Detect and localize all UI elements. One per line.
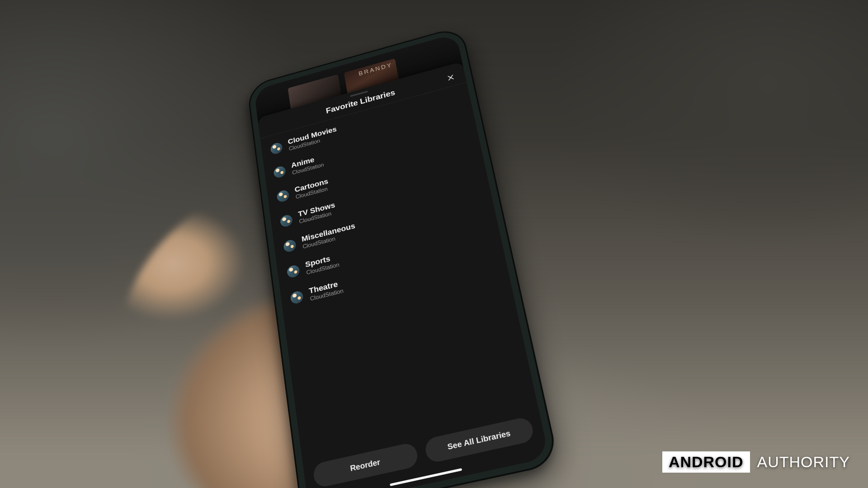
avatar-icon (273, 165, 286, 179)
phone-screen: BRANDY Favorite Libraries (254, 33, 549, 488)
library-item-texts: Theatre CloudStation (308, 278, 344, 302)
library-list: Cloud Movies CloudStation Anime CloudSta… (260, 82, 538, 458)
phone: BRANDY Favorite Libraries (246, 26, 559, 488)
bottom-sheet-favorite-libraries: Favorite Libraries Cloud Movies CloudS (258, 61, 549, 488)
avatar-icon (290, 290, 304, 305)
poster-label: BRANDY (358, 62, 393, 77)
svg-line-1 (448, 75, 453, 80)
close-button[interactable] (443, 70, 458, 85)
close-icon (446, 73, 455, 82)
watermark-boxed: ANDROID (662, 451, 750, 473)
avatar-icon (280, 214, 293, 228)
avatar-icon (287, 264, 300, 279)
avatar-icon (270, 141, 283, 155)
library-item-texts: Anime CloudStation (291, 153, 324, 176)
watermark: ANDROID AUTHORITY (662, 451, 850, 473)
library-item-texts: Sports CloudStation (305, 253, 340, 276)
phone-container: BRANDY Favorite Libraries (235, 0, 524, 488)
library-item-texts: TV Shows CloudStation (297, 201, 336, 225)
library-item-texts: Cartoons CloudStation (294, 177, 330, 200)
avatar-icon (276, 189, 289, 203)
watermark-text: AUTHORITY (757, 453, 850, 471)
avatar-icon (283, 239, 297, 253)
